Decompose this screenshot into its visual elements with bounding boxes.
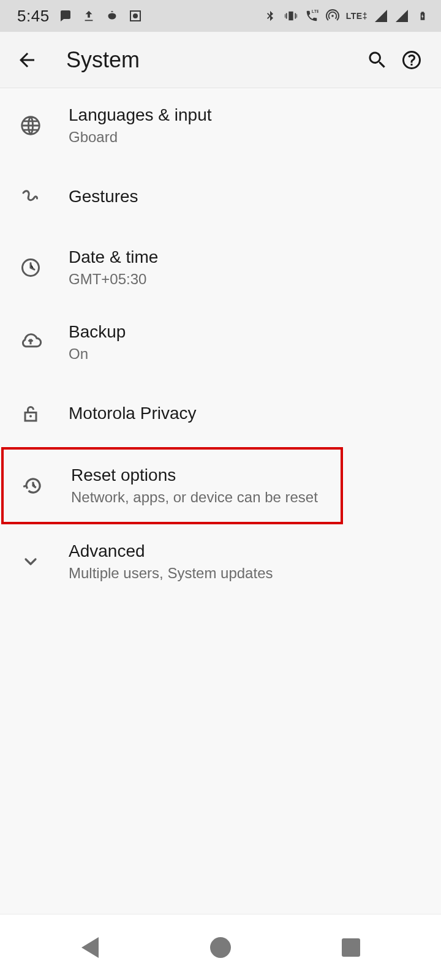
- status-icons-right: LTE LTE‡: [263, 9, 430, 23]
- item-sub: Network, apps, or device can be reset: [71, 489, 318, 506]
- notification-icon: [58, 9, 73, 23]
- restore-icon: [17, 470, 49, 502]
- help-button[interactable]: [394, 43, 429, 77]
- item-title: Languages & input: [69, 105, 212, 125]
- unlock-icon: [15, 398, 47, 429]
- settings-list: Languages & input Gboard Gestures Date &…: [0, 88, 441, 914]
- svg-text:LTE: LTE: [312, 9, 318, 13]
- item-title: Advanced: [69, 541, 273, 561]
- nav-recent-icon: [342, 938, 360, 957]
- item-sub: GMT+05:30: [69, 271, 158, 288]
- status-bar: 5:45: [0, 0, 441, 32]
- item-date-time[interactable]: Date & time GMT+05:30: [0, 230, 441, 305]
- target-icon: [128, 9, 143, 23]
- arrow-back-icon: [16, 49, 38, 71]
- item-advanced[interactable]: Advanced Multiple users, System updates: [0, 524, 441, 599]
- clock-icon: [15, 252, 47, 284]
- item-title: Backup: [69, 322, 126, 342]
- status-bar-left: 5:45: [17, 7, 143, 26]
- item-backup[interactable]: Backup On: [0, 305, 441, 380]
- hotspot-icon: [325, 9, 340, 23]
- nav-back-button[interactable]: [66, 929, 115, 966]
- app-bar: System: [0, 32, 441, 88]
- chevron-down-icon: [15, 546, 47, 578]
- apple-icon: [105, 9, 119, 23]
- item-title: Motorola Privacy: [69, 404, 197, 423]
- signal-2-icon: [394, 9, 409, 23]
- item-title: Date & time: [69, 247, 158, 267]
- volte-call-icon: LTE: [304, 9, 319, 23]
- item-reset-options[interactable]: Reset options Network, apps, or device c…: [1, 447, 343, 524]
- globe-icon: [15, 110, 47, 141]
- cloud-upload-icon: [15, 326, 47, 358]
- item-sub: Gboard: [69, 129, 212, 146]
- lte-text: LTE‡: [346, 11, 368, 21]
- item-gestures[interactable]: Gestures: [0, 163, 441, 230]
- item-sub: Multiple users, System updates: [69, 565, 273, 582]
- page-title: System: [66, 47, 360, 73]
- back-button[interactable]: [12, 45, 42, 75]
- item-sub: On: [69, 345, 126, 363]
- search-icon: [366, 49, 388, 71]
- gesture-icon: [15, 181, 47, 213]
- vibrate-icon: [284, 9, 298, 23]
- status-time: 5:45: [17, 7, 50, 26]
- search-button[interactable]: [360, 43, 394, 77]
- navigation-bar: [0, 914, 441, 980]
- item-motorola-privacy[interactable]: Motorola Privacy: [0, 380, 441, 447]
- signal-1-icon: [374, 9, 388, 23]
- svg-point-2: [29, 415, 32, 418]
- upload-icon: [81, 9, 96, 23]
- status-icons-left: [58, 9, 143, 23]
- battery-charging-icon: [415, 9, 430, 23]
- nav-home-button[interactable]: [196, 929, 245, 966]
- item-languages-input[interactable]: Languages & input Gboard: [0, 88, 441, 163]
- nav-home-icon: [210, 937, 231, 958]
- help-icon: [401, 49, 423, 71]
- item-title: Reset options: [71, 466, 318, 485]
- screen: 5:45: [0, 0, 441, 980]
- item-title: Gestures: [69, 187, 138, 206]
- nav-recent-button[interactable]: [326, 929, 375, 966]
- nav-back-icon: [81, 937, 99, 958]
- bluetooth-icon: [263, 9, 277, 23]
